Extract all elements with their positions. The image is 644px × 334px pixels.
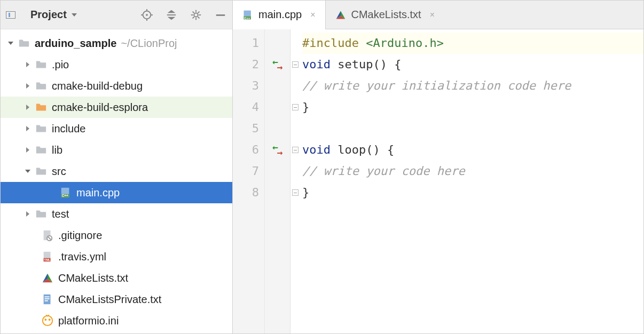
cpp-file-icon: C++	[242, 10, 253, 20]
svg-point-11	[194, 13, 198, 17]
expand-all-icon[interactable]	[165, 9, 178, 21]
tree-item-pio[interactable]: .pio	[1, 54, 232, 75]
folder-icon	[18, 37, 30, 50]
svg-marker-21	[8, 42, 13, 45]
code-line	[302, 118, 643, 139]
tree-item-main-cpp[interactable]: C++ main.cpp	[1, 182, 232, 203]
folder-icon	[35, 165, 48, 178]
override-marker-icon[interactable]: →→	[272, 145, 283, 155]
tab-label: CMakeLists.txt	[351, 9, 421, 21]
code-line: void loop() {	[302, 139, 643, 161]
editor-area: C++ main.cpp × CMakeLists.txt × 1 2 3 4 …	[233, 1, 643, 333]
tree-path-hint: ~/CLionProj	[121, 37, 177, 50]
project-view-dropdown[interactable]: Project	[30, 9, 77, 21]
tab-main-cpp[interactable]: C++ main.cpp ×	[233, 1, 326, 29]
chevron-right-icon	[24, 125, 32, 132]
tree-label: platformio.ini	[58, 315, 119, 327]
svg-text:C++: C++	[62, 194, 68, 197]
svg-text:YML: YML	[44, 258, 51, 261]
cmake-file-icon	[41, 272, 54, 284]
svg-rect-20	[216, 14, 225, 16]
code-line: void setup() {	[302, 54, 643, 75]
tree-label: lib	[52, 144, 62, 156]
svg-line-19	[198, 11, 200, 13]
folder-icon	[35, 122, 48, 135]
platformio-icon	[41, 314, 54, 327]
line-number: 1	[233, 33, 259, 54]
chevron-down-icon	[7, 39, 14, 47]
close-icon[interactable]: ×	[430, 10, 435, 20]
cmake-file-icon	[335, 10, 346, 20]
tree-label: include	[52, 123, 85, 135]
tree-item-src[interactable]: src	[1, 161, 232, 182]
svg-text:C++: C++	[244, 16, 250, 19]
chevron-right-icon	[24, 146, 32, 154]
code-line: }	[302, 97, 643, 118]
code-line: // write your code here	[302, 161, 643, 182]
svg-line-17	[198, 17, 200, 18]
locate-icon[interactable]	[140, 9, 153, 21]
text-file-icon	[41, 293, 54, 306]
line-number-gutter: 1 2 3 4 5 6 7 8	[233, 29, 265, 333]
tree-label: main.cpp	[76, 187, 120, 199]
tree-item-gitignore[interactable]: .gitignore	[1, 225, 232, 246]
svg-point-47	[45, 319, 47, 321]
code-editor[interactable]: 1 2 3 4 5 6 7 8 →→ →→	[233, 29, 643, 333]
fold-toggle-icon[interactable]	[292, 189, 299, 196]
svg-marker-23	[26, 83, 29, 89]
code-content[interactable]: #include <Arduino.h> void setup() { // w…	[300, 29, 643, 333]
tree-item-include[interactable]: include	[1, 118, 232, 139]
svg-marker-22	[26, 62, 29, 67]
ide-frame: Project a	[0, 0, 644, 334]
line-number: 8	[233, 182, 259, 203]
svg-point-46	[43, 316, 52, 325]
minimize-icon[interactable]	[214, 9, 227, 21]
folder-icon	[35, 79, 48, 92]
tree-item-cmake-build-debug[interactable]: cmake-build-debug	[1, 75, 232, 97]
tree-label: .gitignore	[58, 229, 102, 242]
tree-item-platformio-ini[interactable]: platformio.ini	[1, 310, 232, 331]
fold-toggle-icon[interactable]	[292, 61, 299, 68]
tree-item-test[interactable]: test	[1, 203, 232, 225]
project-tree: arduino_sample ~/CLionProj .pio cmake-bu…	[1, 29, 232, 333]
svg-rect-43	[45, 297, 50, 298]
svg-marker-31	[26, 211, 29, 217]
fold-toggle-icon[interactable]	[292, 104, 299, 110]
tree-label: test	[52, 208, 69, 220]
tree-label: .pio	[52, 59, 69, 71]
tree-label: cmake-build-debug	[52, 80, 143, 92]
svg-rect-0	[9, 13, 10, 17]
line-number: 5	[233, 118, 259, 139]
project-toolbar: Project	[1, 1, 232, 29]
tree-root-arduino-sample[interactable]: arduino_sample ~/CLionProj	[1, 33, 232, 54]
chevron-down-icon	[24, 168, 32, 175]
chevron-right-icon	[24, 210, 32, 218]
gear-icon[interactable]	[190, 9, 202, 21]
tree-item-travis-yml[interactable]: YML .travis.yml	[1, 246, 232, 267]
svg-line-16	[193, 11, 194, 13]
line-number: 2	[233, 54, 259, 75]
folder-icon	[35, 208, 48, 220]
tree-item-cmakelists[interactable]: CMakeLists.txt	[1, 267, 232, 289]
folder-icon	[35, 144, 48, 156]
code-line: #include <Arduino.h>	[302, 33, 643, 54]
svg-point-48	[49, 319, 51, 321]
fold-toggle-icon[interactable]	[292, 147, 299, 153]
tree-item-lib[interactable]: lib	[1, 139, 232, 161]
chevron-right-icon	[24, 82, 32, 90]
close-icon[interactable]: ×	[310, 10, 315, 20]
svg-marker-25	[26, 126, 29, 131]
tree-item-cmakelistsprivate[interactable]: CMakeListsPrivate.txt	[1, 289, 232, 310]
project-sidebar: Project a	[1, 1, 233, 333]
svg-rect-9	[167, 14, 176, 15]
svg-marker-24	[26, 105, 29, 110]
tree-item-cmake-build-esplora[interactable]: cmake-build-esplora	[1, 97, 232, 118]
svg-marker-8	[168, 10, 176, 13]
tab-cmakelists[interactable]: CMakeLists.txt ×	[326, 1, 445, 29]
chevron-down-icon	[71, 12, 77, 18]
tree-label: CMakeListsPrivate.txt	[58, 293, 161, 306]
override-marker-icon[interactable]: →→	[272, 59, 283, 70]
svg-rect-44	[45, 298, 50, 299]
chevron-right-icon	[24, 104, 32, 111]
tree-label: .travis.yml	[58, 251, 106, 263]
